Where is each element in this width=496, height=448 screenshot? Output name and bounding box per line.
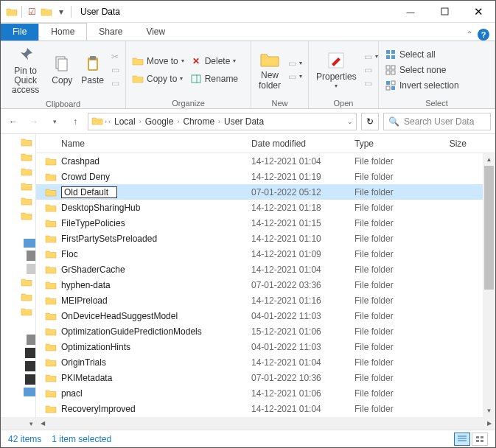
select-all-button[interactable]: Select all (383, 48, 461, 61)
qat-dropdown[interactable]: ▾ (55, 5, 68, 18)
file-type: File folder (350, 187, 434, 197)
open-button[interactable]: ▭▾ (363, 51, 380, 63)
column-date[interactable]: Date modified (247, 139, 350, 149)
select-none-button[interactable]: Select none (383, 63, 461, 77)
refresh-button[interactable]: ↻ (361, 113, 379, 130)
horizontal-scrollbar[interactable]: ▾ ◀ ▶ (1, 417, 495, 430)
rename-button[interactable]: Rename (189, 72, 240, 85)
properties-button[interactable]: Properties ▾ (313, 49, 360, 91)
recent-locations-button[interactable]: ▾ (46, 113, 63, 130)
file-name: Floc (61, 249, 247, 259)
vertical-scrollbar[interactable]: ▲ ▼ (483, 153, 495, 417)
up-button[interactable]: ↑ (67, 113, 83, 130)
forward-button[interactable]: → (26, 113, 42, 130)
history-button[interactable]: ▭ (363, 77, 380, 89)
minimize-button[interactable]: — (394, 1, 427, 22)
paste-button[interactable]: Paste (78, 52, 107, 87)
table-row[interactable]: FileTypePolicies14-12-2021 01:15File fol… (36, 215, 495, 231)
tab-home[interactable]: Home (38, 23, 87, 41)
table-row[interactable]: OnDeviceHeadSuggestModel04-01-2022 11:03… (36, 308, 495, 323)
scroll-thumb[interactable] (484, 166, 494, 290)
invert-selection-button[interactable]: Invert selection (383, 79, 461, 92)
crumb-user-data[interactable]: User Data (222, 116, 266, 127)
file-date: 15-12-2021 01:06 (247, 326, 350, 337)
table-row[interactable]: pnacl14-12-2021 01:06File folder (36, 385, 495, 401)
table-row[interactable]: DesktopSharingHub14-12-2021 01:18File fo… (36, 200, 495, 215)
table-row[interactable]: OriginTrials14-12-2021 01:04File folder (36, 354, 495, 370)
breadcrumb[interactable]: › ‹ Local› Google› Chrome› User Data ⌄ (88, 113, 357, 130)
crumb-google[interactable]: Google (143, 116, 176, 127)
move-to-button[interactable]: Move to ▾ (130, 55, 186, 68)
large-icons-view-button[interactable] (472, 433, 488, 446)
table-row[interactable]: Old Default07-01-2022 05:12File folder (36, 184, 495, 200)
tab-share[interactable]: Share (87, 24, 134, 41)
scroll-down-icon[interactable]: ▼ (483, 405, 495, 417)
column-size[interactable]: Size (434, 139, 471, 149)
qat-checkbox-icon[interactable]: ☑ (25, 5, 38, 18)
file-name: RecoveryImproved (61, 404, 247, 414)
crumb-chrome[interactable]: Chrome (181, 116, 217, 127)
table-row[interactable]: Crowd Deny14-12-2021 01:19File folder (36, 169, 495, 184)
paste-shortcut-button[interactable]: ▭ (110, 77, 121, 89)
maximize-button[interactable] (427, 1, 461, 22)
file-name: Old Default (61, 186, 247, 198)
copy-path-button[interactable]: ▭ (110, 64, 121, 76)
nav-pane[interactable] (1, 134, 36, 417)
file-name: Crowd Deny (61, 172, 247, 182)
copyto-icon (132, 73, 144, 85)
scroll-right-icon[interactable]: ▶ (483, 417, 495, 430)
table-row[interactable]: Crashpad14-12-2021 01:04File folder (36, 153, 495, 169)
svg-rect-4 (90, 56, 96, 60)
file-name: MEIPreload (61, 295, 247, 306)
cut-button[interactable]: ✂ (110, 51, 121, 63)
new-item-button[interactable]: ▭▾ (287, 57, 304, 69)
table-row[interactable]: MEIPreload14-12-2021 01:16File folder (36, 293, 495, 308)
column-name[interactable]: Name (57, 139, 247, 149)
table-row[interactable]: GrShaderCache14-12-2021 01:04File folder (36, 262, 495, 277)
tab-file[interactable]: File (1, 24, 38, 41)
table-row[interactable]: Floc14-12-2021 01:09File folder (36, 246, 495, 262)
file-date: 14-12-2021 01:10 (247, 234, 350, 244)
file-type: File folder (350, 311, 434, 321)
copy-button[interactable]: Copy (49, 52, 75, 87)
folder-icon (45, 218, 57, 228)
details-view-button[interactable] (454, 433, 470, 446)
file-list[interactable]: Crashpad14-12-2021 01:04File folderCrowd… (36, 153, 495, 416)
file-name: FirstPartySetsPreloaded (61, 234, 247, 244)
copy-to-button[interactable]: Copy to ▾ (130, 72, 186, 85)
back-button[interactable]: ← (5, 113, 21, 130)
svg-rect-16 (391, 71, 395, 74)
delete-button[interactable]: ✕Delete ▾ (189, 55, 240, 68)
easy-access-button[interactable]: ▭▾ (287, 71, 304, 83)
address-dropdown[interactable]: ⌄ (347, 118, 353, 125)
table-row[interactable]: OptimizationHints04-01-2022 11:03File fo… (36, 339, 495, 354)
folder-icon (40, 5, 53, 18)
tab-view[interactable]: View (134, 24, 177, 41)
table-row[interactable]: PKIMetadata07-01-2022 10:36File folder (36, 370, 495, 385)
scroll-left-icon[interactable]: ◀ (36, 417, 49, 430)
help-icon[interactable]: ? (478, 29, 489, 41)
table-row[interactable]: hyphen-data07-01-2022 03:36File folder (36, 277, 495, 293)
pin-to-quick-access-button[interactable]: Pin to Quick access (5, 43, 46, 97)
ribbon-collapse-icon[interactable]: ⌃ (466, 29, 473, 40)
rename-input[interactable]: Old Default (61, 186, 117, 198)
file-name: Crashpad (61, 156, 247, 167)
table-row[interactable]: RecoveryImproved14-12-2021 01:04File fol… (36, 401, 495, 416)
item-count: 42 items (8, 434, 41, 444)
file-date: 14-12-2021 01:16 (247, 295, 350, 306)
file-date: 07-01-2022 05:12 (247, 187, 350, 197)
file-date: 14-12-2021 01:04 (247, 156, 350, 167)
window-title: User Data (77, 7, 394, 17)
table-row[interactable]: FirstPartySetsPreloaded14-12-2021 01:10F… (36, 231, 495, 246)
file-date: 07-01-2022 10:36 (247, 373, 350, 383)
column-type[interactable]: Type (350, 139, 434, 149)
search-box[interactable]: 🔍 Search User Data (383, 113, 491, 130)
crumb-local[interactable]: Local (112, 116, 138, 127)
table-row[interactable]: OptimizationGuidePredictionModels15-12-2… (36, 323, 495, 339)
new-folder-button[interactable]: New folder (256, 47, 284, 91)
address-bar: ← → ▾ ↑ › ‹ Local› Google› Chrome› User … (1, 109, 495, 134)
edit-button[interactable]: ▭ (363, 64, 380, 76)
close-button[interactable]: ✕ (461, 1, 495, 22)
file-name: DesktopSharingHub (61, 203, 247, 213)
scroll-up-icon[interactable]: ▲ (483, 153, 495, 166)
